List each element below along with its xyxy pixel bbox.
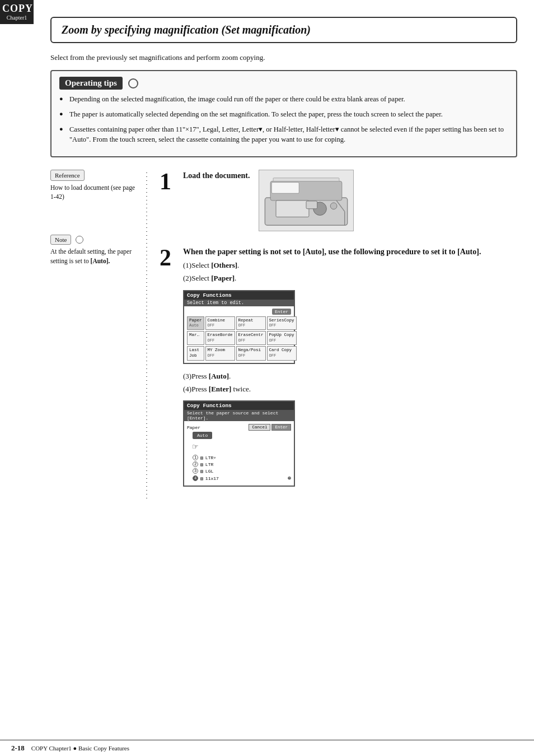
ps-opt4-size: 11x17	[205, 476, 219, 481]
ps-buttons: Cancel Enter	[249, 424, 291, 431]
copy-title: COPY	[2, 3, 33, 14]
ps-hand-pointer: ☞	[193, 441, 291, 452]
svg-rect-7	[273, 178, 339, 181]
step-1-image	[259, 170, 354, 234]
cf1-cell-myzoom[interactable]: MY ZoomOFF	[205, 346, 235, 361]
cf1-cell-cardcopy[interactable]: Card CopyOFF	[267, 346, 297, 361]
ps-subheader: Select the paper source and select [Ente…	[184, 410, 294, 421]
cf1-enter-row: Enter	[187, 309, 291, 315]
page-subtitle: Select from the previously set magnifica…	[50, 53, 517, 62]
ps-opt1-circle: 1	[193, 455, 198, 460]
cf1-cell-lastjob[interactable]: Last Job	[187, 346, 204, 361]
tip-item-3: Cassettes containing paper other than 11…	[59, 124, 508, 146]
ps-opt4-size-icon: ▤	[200, 476, 203, 481]
ps-enter-btn[interactable]: Enter	[271, 424, 291, 431]
step-2: 2 When the paper setting is not set to […	[160, 246, 517, 487]
cf1-cell-eraseborder[interactable]: EraseBordeOFF	[205, 331, 235, 345]
tips-header-text: Operating tips	[59, 77, 123, 90]
copy-functions-screen-1: Copy Functions Select item to edit. Ente…	[183, 290, 295, 364]
cf1-cell-repeat[interactable]: RepeatOFF	[236, 316, 266, 330]
svg-rect-5	[306, 201, 317, 209]
page-title-box: Zoom by specifying magnification (Set ma…	[50, 17, 517, 43]
operating-tips-box: Operating tips Depending on the selected…	[50, 70, 517, 157]
ps-option-2: 2 ▤ LTR	[193, 461, 291, 467]
step-1: 1 Load the document.	[160, 170, 517, 234]
ps-opt2-size: LTR	[205, 462, 213, 467]
step-2-substeps: (1)Select [Others]. (2)Select [Paper].	[183, 260, 517, 284]
page-footer: 2-18 COPY Chapter1 ● Basic Copy Features	[0, 740, 534, 756]
step-1-body: Load the document.	[183, 170, 517, 234]
note-text: At the default setting, the paper settin…	[50, 247, 137, 267]
main-content: Zoom by specifying magnification (Set ma…	[34, 0, 534, 516]
reference-text: How to load document (see page 1-42)	[50, 183, 137, 201]
svg-point-4	[331, 203, 338, 209]
ps-option-4: 4 ▤ 11x17 ⊛	[193, 475, 291, 482]
step-2-sub-2: (2)Select [Paper].	[183, 273, 517, 284]
tip-item-2: The paper is automatically selected depe…	[59, 109, 508, 120]
ps-opt3-circle: 3	[193, 468, 198, 474]
tips-header: Operating tips	[59, 77, 508, 90]
step-2-sub-3: (3)Press [Auto].	[183, 371, 517, 382]
step-1-with-image: Load the document.	[183, 170, 517, 234]
chapter-label: Chapter1	[2, 15, 31, 21]
two-col-layout: Reference How to load document (see page…	[50, 170, 517, 499]
ps-paper-label: Paper	[187, 425, 200, 430]
ps-opt3-size-icon: ▤	[200, 469, 203, 474]
cf1-cell-combine[interactable]: CombineOFF	[205, 316, 235, 330]
ps-opt1-size: LTR▿	[205, 455, 216, 460]
cf1-cell-popupcopy[interactable]: PopUp CopyOFF	[267, 331, 297, 345]
cf1-header: Copy Functions	[184, 291, 294, 300]
reference-section: Reference How to load document (see page…	[50, 170, 137, 201]
cf1-cell-paper[interactable]: PaperAuto	[187, 316, 204, 330]
cf1-cell-negaposi[interactable]: Nega/PosiOFF	[236, 346, 266, 361]
paper-source-screen: Copy Functions Select the paper source a…	[183, 400, 295, 487]
dot-divider-line	[146, 171, 147, 499]
note-label: Note	[50, 235, 71, 245]
cf1-cell-mar[interactable]: Mar…	[187, 331, 204, 345]
tips-list: Depending on the selected magnification,…	[59, 94, 508, 145]
step-2-substeps-34: (3)Press [Auto]. (4)Press [Enter] twice.	[183, 371, 517, 395]
tips-circle-icon	[128, 78, 138, 88]
cf1-subheader: Select item to edit.	[184, 300, 294, 306]
ps-opt1-size-icon: ▤	[200, 455, 203, 460]
cf1-grid: PaperAuto CombineOFF RepeatOFF SeriesCop…	[187, 316, 291, 361]
right-content: 1 Load the document.	[151, 170, 517, 499]
footer-page-number: 2-18	[11, 744, 25, 753]
cf1-enter-btn[interactable]: Enter	[272, 309, 291, 315]
svg-rect-2	[276, 200, 309, 217]
ps-cancel-btn[interactable]: Cancel	[249, 424, 270, 431]
step-2-title: When the paper setting is not set to [Au…	[183, 246, 517, 258]
ps-options-container: Auto ☞ 1 ▤ LTR▿ 2 ▤	[193, 432, 291, 482]
note-circle-icon	[76, 236, 83, 244]
tip-item-1: Depending on the selected magnification,…	[59, 94, 508, 105]
step-2-body: When the paper setting is not set to [Au…	[183, 246, 517, 487]
cf1-cell-seriescopy[interactable]: SeriesCopyOFF	[267, 316, 297, 330]
cf1-body: Enter PaperAuto CombineOFF RepeatOFF Ser…	[184, 306, 294, 363]
step-1-title: Load the document.	[183, 170, 250, 181]
copy-banner: COPY Chapter1	[0, 0, 34, 24]
left-sidebar: Reference How to load document (see page…	[50, 170, 143, 499]
ps-opt4-scroll: ⊛	[288, 475, 291, 482]
ps-opt3-size: LGL	[205, 469, 213, 474]
ps-opt2-circle: 2	[193, 461, 198, 467]
step-2-sub-1: (1)Select [Others].	[183, 260, 517, 272]
ps-option-1: 1 ▤ LTR▿	[193, 455, 291, 460]
step-2-number: 2	[160, 246, 176, 487]
note-header: Note	[50, 235, 137, 245]
ps-opt4-circle: 4	[193, 475, 198, 481]
note-section: Note At the default setting, the paper s…	[50, 235, 137, 267]
footer-text: COPY Chapter1 ● Basic Copy Features	[31, 745, 129, 752]
step-2-sub-4: (4)Press [Enter] twice.	[183, 384, 517, 395]
page-title: Zoom by specifying magnification (Set ma…	[62, 24, 506, 36]
ps-paper-row: Paper Cancel Enter	[187, 424, 291, 431]
cf1-cell-erasecenter[interactable]: EraseCentrOFF	[236, 331, 266, 345]
step-1-number: 1	[160, 170, 176, 234]
ps-header: Copy Functions	[184, 402, 294, 410]
ps-auto-btn[interactable]: Auto	[193, 432, 212, 439]
ps-opt2-size-icon: ▤	[200, 462, 203, 467]
ps-option-3: 3 ▤ LGL	[193, 468, 291, 474]
reference-label: Reference	[50, 170, 85, 181]
dot-divider	[143, 170, 151, 499]
ps-body: Paper Cancel Enter Auto ☞	[184, 421, 294, 486]
svg-rect-6	[272, 183, 299, 194]
